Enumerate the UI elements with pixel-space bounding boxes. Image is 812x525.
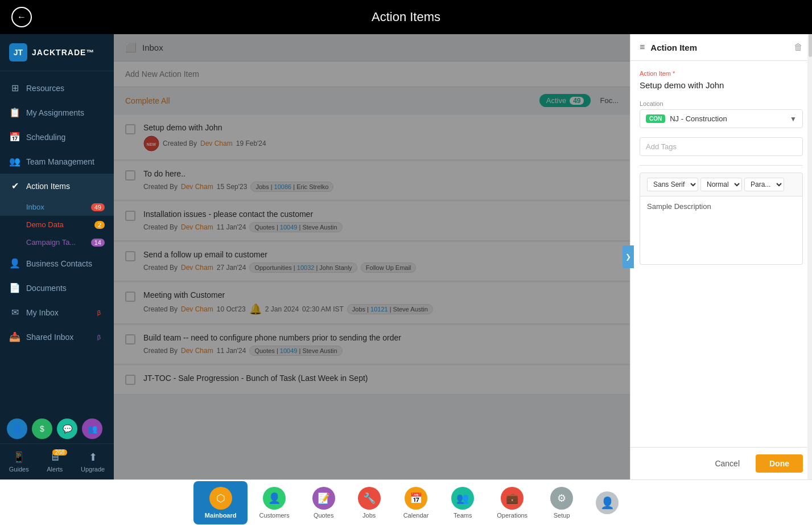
- font-selector[interactable]: Sans Serif: [647, 178, 698, 191]
- size-selector[interactable]: Normal: [700, 178, 742, 191]
- format-selector[interactable]: Para...: [744, 178, 784, 191]
- sidebar-item-shared-inbox[interactable]: 📥 Shared Inbox β: [0, 325, 114, 349]
- item-checkbox[interactable]: [125, 211, 135, 221]
- action-item-row[interactable]: Installation issues - please contact the…: [114, 202, 630, 241]
- logo-icon: JT: [9, 43, 27, 61]
- item-checkbox[interactable]: [125, 375, 135, 385]
- team-management-icon: 👥: [9, 156, 20, 167]
- item-checkbox[interactable]: [125, 251, 135, 261]
- action-item-row[interactable]: Meeting with Customer Created By Dev Cha…: [114, 282, 630, 324]
- complete-all-link[interactable]: Complete All: [125, 96, 170, 105]
- quotes-icon: 📝: [312, 487, 335, 510]
- nav-setup[interactable]: ⚙ Setup: [539, 481, 584, 524]
- item-checkbox[interactable]: [125, 292, 135, 302]
- sidebar-item-my-inbox[interactable]: ✉ My Inbox β: [0, 300, 114, 325]
- back-icon: ←: [17, 12, 26, 22]
- item-checkbox[interactable]: [125, 334, 135, 344]
- item-checkbox[interactable]: [125, 124, 135, 134]
- upgrade-button[interactable]: ⬆ Upgrade: [81, 451, 105, 473]
- user-avatar[interactable]: 👤: [596, 491, 619, 514]
- tags-input[interactable]: Add Tags: [640, 137, 803, 156]
- created-by-value: Dev Cham: [181, 264, 213, 272]
- dropdown-arrow-icon: ▼: [790, 115, 797, 123]
- alerts-badge: 268: [52, 449, 68, 456]
- action-item-row[interactable]: Send a follow up email to customer Creat…: [114, 242, 630, 281]
- location-name: NJ - Construction: [670, 114, 785, 123]
- item-content: Meeting with Customer Created By Dev Cha…: [143, 290, 619, 315]
- panel-header: ⬜ Inbox: [114, 34, 630, 61]
- sidebar-item-action-items[interactable]: ✔ Action Items: [0, 174, 114, 198]
- sidebar-item-scheduling[interactable]: 📅 Scheduling: [0, 125, 114, 149]
- nav-teams[interactable]: 👥 Teams: [440, 481, 485, 524]
- sidebar-sub-demo-data[interactable]: Demo Data 2: [0, 216, 114, 233]
- sidebar-sub-inbox[interactable]: Inbox 49: [0, 198, 114, 216]
- sidebar-item-label: Shared Inbox: [26, 333, 73, 342]
- item-title: Build team -- need to configure phone nu…: [143, 333, 619, 342]
- user-dollar-btn[interactable]: $: [32, 419, 52, 439]
- svg-point-0: [144, 136, 159, 151]
- action-items-icon: ✔: [9, 181, 20, 191]
- customers-icon: 👤: [263, 487, 286, 510]
- sidebar-item-my-assignments[interactable]: 📋 My Assignments: [0, 100, 114, 125]
- sidebar-sub-campaign[interactable]: Campaign Ta... 14: [0, 233, 114, 251]
- teams-label: Teams: [454, 512, 472, 519]
- sidebar-item-label: Documents: [26, 284, 67, 293]
- item-checkbox[interactable]: [125, 170, 135, 181]
- required-star: *: [673, 70, 675, 77]
- created-by-label: Created By: [143, 223, 178, 231]
- created-by-value: Dev Cham: [200, 140, 233, 147]
- item-title: To do here..: [143, 169, 619, 178]
- item-meta: Created By Dev Cham 10 Oct'23 🔔 2 Jan 20…: [143, 303, 619, 315]
- user-chat-btn[interactable]: 💬: [57, 419, 77, 439]
- sidebar-item-label: Action Items: [26, 182, 70, 191]
- location-selector[interactable]: CON NJ - Construction ▼: [640, 109, 803, 128]
- item-content: To do here.. Created By Dev Cham 15 Sep'…: [143, 169, 619, 192]
- nav-jobs[interactable]: 🔧 Jobs: [347, 481, 392, 524]
- inbox-icon: ⬜: [125, 42, 137, 53]
- action-item-row[interactable]: To do here.. Created By Dev Cham 15 Sep'…: [114, 161, 630, 200]
- sidebar-item-team-management[interactable]: 👥 Team Management: [0, 149, 114, 174]
- sidebar-item-label: Team Management: [26, 157, 94, 166]
- top-bar: ← Action Items: [0, 0, 812, 34]
- alerts-button[interactable]: 🖥 268 Alerts: [47, 452, 63, 473]
- detail-scrollbar[interactable]: [807, 34, 812, 479]
- guides-button[interactable]: 📱 Guides: [9, 451, 29, 473]
- my-inbox-badge: β: [93, 309, 105, 317]
- tags-field: Add Tags: [640, 137, 803, 156]
- action-item-row[interactable]: JT-TOC - Sale Progression - Bunch of Tas…: [114, 366, 630, 395]
- editor-body[interactable]: Sample Description: [640, 196, 803, 265]
- active-label: Active: [546, 96, 566, 105]
- item-date: 27 Jan'24: [217, 264, 246, 272]
- scrollbar-thumb[interactable]: [809, 34, 812, 57]
- sidebar-item-resources[interactable]: ⊞ Resources: [0, 76, 114, 100]
- nav-mainboard[interactable]: ⬡ Mainboard: [193, 481, 248, 524]
- nav-operations[interactable]: 💼 Operations: [485, 481, 539, 524]
- back-button[interactable]: ←: [11, 7, 32, 27]
- user-person-btn[interactable]: 👤: [7, 419, 27, 439]
- user-team-btn[interactable]: 👥: [82, 419, 102, 439]
- action-item-row[interactable]: Build team -- need to configure phone nu…: [114, 325, 630, 364]
- action-item-row[interactable]: Setup demo with John NEW Created By Dev …: [114, 115, 630, 160]
- toggle-panel-button[interactable]: ❯: [623, 245, 634, 268]
- nav-calendar[interactable]: 📅 Calendar: [392, 481, 440, 524]
- item-content: JT-TOC - Sale Progression - Bunch of Tas…: [143, 374, 619, 386]
- sidebar-item-business-contacts[interactable]: 👤 Business Contacts: [0, 251, 114, 276]
- nav-customers[interactable]: 👤 Customers: [248, 481, 300, 524]
- operations-label: Operations: [497, 512, 527, 519]
- sidebar-item-documents[interactable]: 📄 Documents: [0, 276, 114, 300]
- item-date: 15 Sep'23: [217, 183, 248, 191]
- focus-label: Foc...: [600, 96, 619, 105]
- trash-icon[interactable]: 🗑: [794, 42, 803, 52]
- done-button[interactable]: Done: [756, 454, 803, 473]
- item-date: 11 Jan'24: [217, 347, 246, 355]
- add-new-bar[interactable]: Add New Action Item: [114, 61, 630, 87]
- alerts-label: Alerts: [47, 466, 63, 473]
- nav-quotes[interactable]: 📝 Quotes: [301, 481, 347, 524]
- created-by-label: Created By: [143, 305, 178, 313]
- created-by-label: Created By: [163, 140, 197, 147]
- cancel-button[interactable]: Cancel: [704, 454, 750, 473]
- sub-inbox-label: Inbox: [26, 203, 44, 211]
- item-tag: Jobs | 10121 | Steve Austin: [347, 304, 433, 314]
- created-by-value: Dev Cham: [181, 223, 213, 231]
- my-assignments-icon: 📋: [9, 107, 20, 118]
